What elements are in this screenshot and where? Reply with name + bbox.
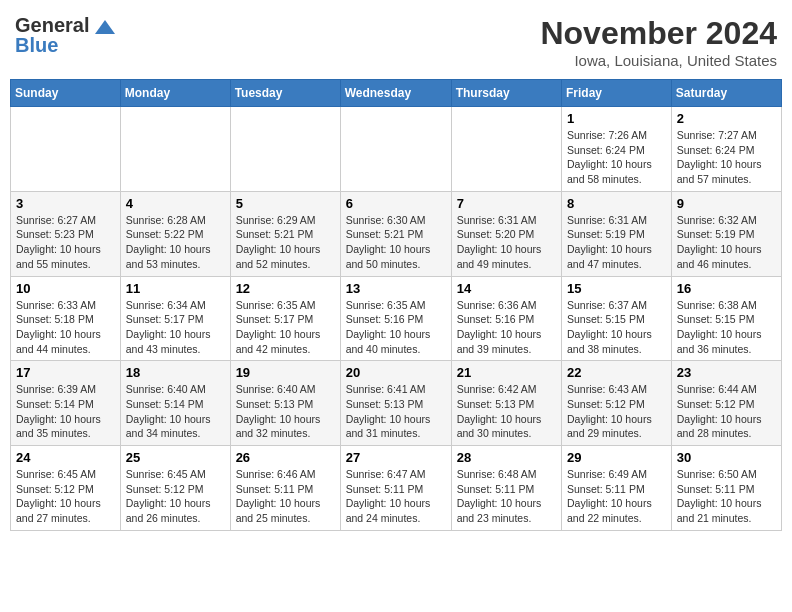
day-info: Sunrise: 6:30 AMSunset: 5:21 PMDaylight:… (346, 213, 446, 272)
calendar-week-row: 24Sunrise: 6:45 AMSunset: 5:12 PMDayligh… (11, 446, 782, 531)
calendar-cell: 12Sunrise: 6:35 AMSunset: 5:17 PMDayligh… (230, 276, 340, 361)
day-number: 15 (567, 281, 666, 296)
calendar-cell: 28Sunrise: 6:48 AMSunset: 5:11 PMDayligh… (451, 446, 561, 531)
calendar-cell: 3Sunrise: 6:27 AMSunset: 5:23 PMDaylight… (11, 191, 121, 276)
calendar-week-row: 1Sunrise: 7:26 AMSunset: 6:24 PMDaylight… (11, 107, 782, 192)
calendar-cell: 9Sunrise: 6:32 AMSunset: 5:19 PMDaylight… (671, 191, 781, 276)
day-info: Sunrise: 6:35 AMSunset: 5:17 PMDaylight:… (236, 298, 335, 357)
weekday-header: Friday (562, 80, 672, 107)
day-info: Sunrise: 6:45 AMSunset: 5:12 PMDaylight:… (16, 467, 115, 526)
logo-icon (95, 20, 115, 34)
calendar-cell (120, 107, 230, 192)
weekday-header: Tuesday (230, 80, 340, 107)
calendar-cell: 2Sunrise: 7:27 AMSunset: 6:24 PMDaylight… (671, 107, 781, 192)
calendar-cell: 14Sunrise: 6:36 AMSunset: 5:16 PMDayligh… (451, 276, 561, 361)
day-number: 23 (677, 365, 776, 380)
calendar-cell (451, 107, 561, 192)
day-number: 2 (677, 111, 776, 126)
day-number: 24 (16, 450, 115, 465)
weekday-header: Monday (120, 80, 230, 107)
day-number: 12 (236, 281, 335, 296)
calendar-cell: 22Sunrise: 6:43 AMSunset: 5:12 PMDayligh… (562, 361, 672, 446)
day-info: Sunrise: 6:46 AMSunset: 5:11 PMDaylight:… (236, 467, 335, 526)
day-info: Sunrise: 6:36 AMSunset: 5:16 PMDaylight:… (457, 298, 556, 357)
day-info: Sunrise: 6:35 AMSunset: 5:16 PMDaylight:… (346, 298, 446, 357)
day-number: 4 (126, 196, 225, 211)
day-info: Sunrise: 6:48 AMSunset: 5:11 PMDaylight:… (457, 467, 556, 526)
day-number: 27 (346, 450, 446, 465)
day-info: Sunrise: 6:39 AMSunset: 5:14 PMDaylight:… (16, 382, 115, 441)
day-info: Sunrise: 6:32 AMSunset: 5:19 PMDaylight:… (677, 213, 776, 272)
day-info: Sunrise: 6:42 AMSunset: 5:13 PMDaylight:… (457, 382, 556, 441)
day-info: Sunrise: 6:41 AMSunset: 5:13 PMDaylight:… (346, 382, 446, 441)
calendar-week-row: 3Sunrise: 6:27 AMSunset: 5:23 PMDaylight… (11, 191, 782, 276)
calendar-cell: 19Sunrise: 6:40 AMSunset: 5:13 PMDayligh… (230, 361, 340, 446)
day-info: Sunrise: 6:49 AMSunset: 5:11 PMDaylight:… (567, 467, 666, 526)
calendar-week-row: 17Sunrise: 6:39 AMSunset: 5:14 PMDayligh… (11, 361, 782, 446)
day-number: 3 (16, 196, 115, 211)
location: Iowa, Louisiana, United States (540, 52, 777, 69)
day-info: Sunrise: 6:50 AMSunset: 5:11 PMDaylight:… (677, 467, 776, 526)
calendar-cell: 24Sunrise: 6:45 AMSunset: 5:12 PMDayligh… (11, 446, 121, 531)
day-info: Sunrise: 6:43 AMSunset: 5:12 PMDaylight:… (567, 382, 666, 441)
day-info: Sunrise: 6:29 AMSunset: 5:21 PMDaylight:… (236, 213, 335, 272)
calendar-cell: 29Sunrise: 6:49 AMSunset: 5:11 PMDayligh… (562, 446, 672, 531)
day-info: Sunrise: 6:47 AMSunset: 5:11 PMDaylight:… (346, 467, 446, 526)
day-number: 20 (346, 365, 446, 380)
logo-blue: Blue (15, 35, 58, 55)
weekday-header: Wednesday (340, 80, 451, 107)
title-area: November 2024 Iowa, Louisiana, United St… (540, 15, 777, 69)
day-number: 19 (236, 365, 335, 380)
day-number: 9 (677, 196, 776, 211)
day-number: 25 (126, 450, 225, 465)
calendar-cell: 23Sunrise: 6:44 AMSunset: 5:12 PMDayligh… (671, 361, 781, 446)
calendar-cell: 5Sunrise: 6:29 AMSunset: 5:21 PMDaylight… (230, 191, 340, 276)
day-number: 26 (236, 450, 335, 465)
day-number: 10 (16, 281, 115, 296)
day-info: Sunrise: 6:40 AMSunset: 5:14 PMDaylight:… (126, 382, 225, 441)
day-info: Sunrise: 6:28 AMSunset: 5:22 PMDaylight:… (126, 213, 225, 272)
day-info: Sunrise: 6:44 AMSunset: 5:12 PMDaylight:… (677, 382, 776, 441)
calendar-cell: 10Sunrise: 6:33 AMSunset: 5:18 PMDayligh… (11, 276, 121, 361)
day-info: Sunrise: 7:27 AMSunset: 6:24 PMDaylight:… (677, 128, 776, 187)
day-number: 29 (567, 450, 666, 465)
calendar-cell: 21Sunrise: 6:42 AMSunset: 5:13 PMDayligh… (451, 361, 561, 446)
day-info: Sunrise: 6:38 AMSunset: 5:15 PMDaylight:… (677, 298, 776, 357)
weekday-header: Sunday (11, 80, 121, 107)
calendar-cell: 30Sunrise: 6:50 AMSunset: 5:11 PMDayligh… (671, 446, 781, 531)
page-header: General Blue November 2024 Iowa, Louisia… (10, 10, 782, 69)
logo-general: General (15, 14, 89, 36)
day-number: 21 (457, 365, 556, 380)
day-info: Sunrise: 7:26 AMSunset: 6:24 PMDaylight:… (567, 128, 666, 187)
day-info: Sunrise: 6:27 AMSunset: 5:23 PMDaylight:… (16, 213, 115, 272)
day-number: 16 (677, 281, 776, 296)
calendar-cell: 26Sunrise: 6:46 AMSunset: 5:11 PMDayligh… (230, 446, 340, 531)
day-info: Sunrise: 6:34 AMSunset: 5:17 PMDaylight:… (126, 298, 225, 357)
calendar-body: 1Sunrise: 7:26 AMSunset: 6:24 PMDaylight… (11, 107, 782, 531)
weekday-header-row: SundayMondayTuesdayWednesdayThursdayFrid… (11, 80, 782, 107)
day-info: Sunrise: 6:37 AMSunset: 5:15 PMDaylight:… (567, 298, 666, 357)
calendar-cell: 13Sunrise: 6:35 AMSunset: 5:16 PMDayligh… (340, 276, 451, 361)
day-number: 22 (567, 365, 666, 380)
day-number: 28 (457, 450, 556, 465)
calendar-cell: 6Sunrise: 6:30 AMSunset: 5:21 PMDaylight… (340, 191, 451, 276)
calendar-cell (11, 107, 121, 192)
weekday-header: Thursday (451, 80, 561, 107)
day-info: Sunrise: 6:33 AMSunset: 5:18 PMDaylight:… (16, 298, 115, 357)
day-number: 18 (126, 365, 225, 380)
calendar-cell: 11Sunrise: 6:34 AMSunset: 5:17 PMDayligh… (120, 276, 230, 361)
day-number: 5 (236, 196, 335, 211)
calendar: SundayMondayTuesdayWednesdayThursdayFrid… (10, 79, 782, 531)
day-info: Sunrise: 6:40 AMSunset: 5:13 PMDaylight:… (236, 382, 335, 441)
day-number: 7 (457, 196, 556, 211)
calendar-cell: 27Sunrise: 6:47 AMSunset: 5:11 PMDayligh… (340, 446, 451, 531)
calendar-cell: 25Sunrise: 6:45 AMSunset: 5:12 PMDayligh… (120, 446, 230, 531)
calendar-cell: 8Sunrise: 6:31 AMSunset: 5:19 PMDaylight… (562, 191, 672, 276)
weekday-header: Saturday (671, 80, 781, 107)
calendar-cell (340, 107, 451, 192)
day-number: 8 (567, 196, 666, 211)
calendar-cell: 20Sunrise: 6:41 AMSunset: 5:13 PMDayligh… (340, 361, 451, 446)
calendar-week-row: 10Sunrise: 6:33 AMSunset: 5:18 PMDayligh… (11, 276, 782, 361)
calendar-cell: 7Sunrise: 6:31 AMSunset: 5:20 PMDaylight… (451, 191, 561, 276)
month-title: November 2024 (540, 15, 777, 52)
